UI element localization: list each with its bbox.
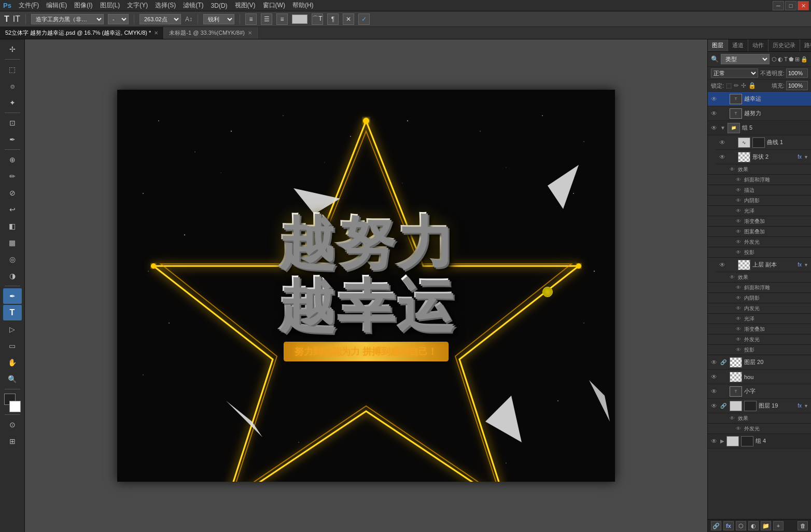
tab-channels[interactable]: 通道 <box>728 39 748 51</box>
tab-paths[interactable]: 路径 <box>800 39 811 51</box>
group5-arrow[interactable]: ▼ <box>720 125 725 131</box>
effect-eye-ds-top[interactable]: 👁 <box>735 346 742 354</box>
effect-eye-shape2[interactable]: 👁 <box>729 166 736 173</box>
effect-eye-patoverlay[interactable]: 👁 <box>735 228 742 235</box>
shape-tool[interactable]: ▭ <box>3 338 22 354</box>
filter-smart-icon[interactable]: ⊞ <box>795 56 800 63</box>
new-adjustment-button[interactable]: ◐ <box>748 521 759 530</box>
layer-eye-group4[interactable]: 👁 <box>710 437 718 445</box>
confirm-text-button[interactable]: ✓ <box>358 13 370 25</box>
new-layer-button[interactable]: + <box>773 521 784 530</box>
layer19-expand[interactable]: ▼ <box>804 403 809 409</box>
layer-filter-type[interactable]: 类型 <box>721 54 770 64</box>
layer-item-toplayer[interactable]: 👁 上层 副本 fx ▼ <box>716 258 811 272</box>
effect-eye-outerglow[interactable]: 👁 <box>735 239 742 246</box>
font-family-select[interactable]: 造字工房力黑（非… <box>31 14 104 24</box>
align-left-button[interactable]: ≡ <box>245 13 257 25</box>
background-color[interactable] <box>9 401 21 412</box>
effect-eye-is-top[interactable]: 👁 <box>735 295 742 302</box>
layer-eye-shape2[interactable]: 👁 <box>718 153 726 161</box>
tab-history[interactable]: 历史记录 <box>768 39 800 51</box>
effect-eye-og-top[interactable]: 👁 <box>735 336 742 343</box>
layer-item-curves1[interactable]: 👁 ∿ 曲线 1 <box>716 135 811 150</box>
opacity-input[interactable] <box>786 68 808 78</box>
cancel-text-button[interactable]: ✕ <box>343 13 354 25</box>
gradient-tool[interactable]: ▦ <box>3 235 22 250</box>
effect-eye-innershadow[interactable]: 👁 <box>735 197 742 204</box>
marquee-tool[interactable]: ⬚ <box>3 62 22 77</box>
effect-eye-gloss-top[interactable]: 👁 <box>735 315 742 323</box>
lock-all-icon[interactable]: 🔒 <box>748 82 756 89</box>
tab-untitled[interactable]: 未标题-1 @ 33.3%(CMYK/8#) ✕ <box>164 27 258 39</box>
zoom-tool[interactable]: 🔍 <box>3 371 22 387</box>
move-tool[interactable]: ✢ <box>3 41 22 57</box>
filter-shape-icon[interactable]: ⬟ <box>789 56 794 63</box>
toplayer-expand[interactable]: ▼ <box>804 262 809 268</box>
lock-paint-icon[interactable]: ✏ <box>734 82 739 89</box>
close-button[interactable]: ✕ <box>798 1 809 10</box>
healing-tool[interactable]: ⊕ <box>3 152 22 167</box>
magic-wand-tool[interactable]: ✦ <box>3 95 22 110</box>
font-size-select[interactable]: 263.02点 <box>139 14 181 24</box>
menu-image[interactable]: 图像(I) <box>74 1 92 10</box>
layer-item-yuenuli[interactable]: 👁 T 越努力 <box>708 106 811 121</box>
menu-filter[interactable]: 滤镜(T) <box>183 1 203 10</box>
stamp-tool[interactable]: ⊘ <box>3 185 22 201</box>
hand-tool[interactable]: ✋ <box>3 355 22 370</box>
layer-eye-xiaozi[interactable]: 👁 <box>710 387 718 396</box>
layer-eye-yuenuli[interactable]: 👁 <box>710 109 718 118</box>
tab-layers[interactable]: 图层 <box>708 39 728 51</box>
align-center-button[interactable]: ☰ <box>261 13 272 25</box>
effect-eye-bevel-top[interactable]: 👁 <box>735 284 742 291</box>
add-mask-button[interactable]: ⬡ <box>736 521 746 530</box>
effect-eye-gradoverlay[interactable]: 👁 <box>735 218 742 225</box>
effect-eye-toplayer-fx[interactable]: 👁 <box>729 274 736 281</box>
effect-eye-gloss[interactable]: 👁 <box>735 207 742 215</box>
layer-item-group5[interactable]: 👁 ▼ 📁 组 5 <box>708 121 811 135</box>
text-tool[interactable]: T <box>3 305 22 320</box>
layer-item-hou[interactable]: 👁 hou <box>708 370 811 384</box>
layer-eye-yuexingyun[interactable]: 👁 <box>710 95 718 103</box>
lasso-tool[interactable]: ⌾ <box>3 78 22 94</box>
char-panel-button[interactable]: ¶ <box>327 13 339 25</box>
new-group-button[interactable]: 📁 <box>761 521 771 530</box>
menu-edit[interactable]: 编辑(E) <box>46 1 67 10</box>
layer-eye-curves1[interactable]: 👁 <box>718 138 726 147</box>
blend-mode-select[interactable]: 正常 <box>711 68 758 78</box>
screen-mode-tool[interactable]: ⊞ <box>3 433 22 449</box>
filter-adj-icon[interactable]: ◐ <box>778 56 783 63</box>
quick-mask-tool[interactable]: ⊙ <box>3 417 22 432</box>
filter-pixel-icon[interactable]: ⬡ <box>772 56 777 63</box>
filter-lock-icon[interactable]: 🔒 <box>801 56 808 63</box>
tab-untitled-close[interactable]: ✕ <box>248 30 252 36</box>
dodge-tool[interactable]: ◑ <box>3 268 22 284</box>
filter-text-icon[interactable]: T <box>784 56 788 63</box>
anti-alias-select[interactable]: 锐利 <box>203 14 234 24</box>
layer-eye-group5[interactable]: 👁 <box>710 124 718 132</box>
effect-eye-go-top[interactable]: 👁 <box>735 326 742 333</box>
group4-arrow[interactable]: ▶ <box>720 438 724 444</box>
effect-eye-og-19[interactable]: 👁 <box>735 425 742 432</box>
tab-main-close[interactable]: ✕ <box>154 30 158 36</box>
menu-3d[interactable]: 3D(D) <box>211 2 228 9</box>
layer-item-layer19[interactable]: 👁 🔗 图层 19 fx ▼ <box>708 399 811 413</box>
path-select-tool[interactable]: ▷ <box>3 321 22 337</box>
shape2-expand[interactable]: ▼ <box>804 155 809 160</box>
history-brush-tool[interactable]: ↩ <box>3 202 22 217</box>
menu-layer[interactable]: 图层(L) <box>100 1 120 10</box>
layer-eye-hou[interactable]: 👁 <box>710 373 718 381</box>
layer-item-group4[interactable]: 👁 ▶ 组 4 <box>708 434 811 449</box>
effect-eye-stroke[interactable]: 👁 <box>735 187 742 194</box>
delete-layer-button[interactable]: 🗑 <box>798 521 808 530</box>
warp-text-button[interactable]: ⌒T <box>312 13 323 25</box>
menu-window[interactable]: 窗口(W) <box>263 1 285 10</box>
lock-position-icon[interactable]: ✢ <box>741 82 746 89</box>
text-color-swatch[interactable] <box>292 15 307 24</box>
eraser-tool[interactable]: ◧ <box>3 218 22 234</box>
lock-transparent-icon[interactable]: ⬚ <box>726 82 732 89</box>
effect-eye-bevel[interactable]: 👁 <box>735 176 742 184</box>
link-layers-button[interactable]: 🔗 <box>711 521 721 530</box>
layer-item-xiaozhang[interactable]: 👁 T 小字 <box>708 384 811 399</box>
fill-input[interactable] <box>786 81 808 90</box>
add-style-button[interactable]: fx <box>723 521 734 530</box>
